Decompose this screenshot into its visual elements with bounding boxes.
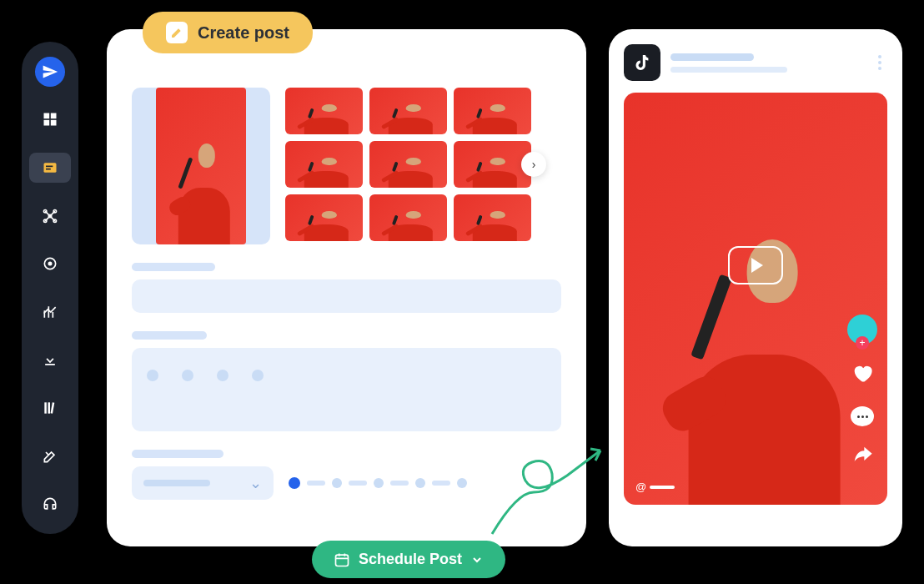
schedule-post-label: Schedule Post — [359, 551, 462, 568]
account-name-skeleton — [670, 53, 862, 73]
nav-analytics-icon[interactable] — [35, 297, 65, 327]
step-connector — [390, 481, 409, 486]
svg-rect-15 — [48, 402, 51, 413]
step-dot — [415, 478, 425, 488]
thumbnail-next-button[interactable]: › — [521, 152, 546, 177]
media-thumb[interactable] — [454, 194, 531, 241]
nav-dashboard-icon[interactable] — [35, 105, 65, 135]
svg-rect-14 — [44, 402, 47, 413]
nav-send-icon[interactable] — [35, 57, 65, 87]
step-dot-active — [289, 477, 300, 489]
nav-target-icon[interactable] — [35, 249, 65, 279]
sidebar-nav — [22, 42, 78, 534]
nav-support-icon[interactable] — [35, 489, 65, 519]
tiktok-icon — [624, 44, 660, 81]
step-connector — [307, 481, 325, 486]
svg-rect-3 — [51, 120, 57, 126]
svg-rect-4 — [44, 163, 57, 173]
nav-posts-icon[interactable] — [29, 153, 71, 183]
video-preview: @ — [624, 93, 887, 505]
option-dot — [147, 370, 158, 381]
media-thumb[interactable] — [285, 194, 363, 241]
textarea-skeleton[interactable] — [132, 348, 561, 431]
step-dot — [332, 478, 342, 488]
media-thumb[interactable] — [454, 88, 531, 134]
svg-rect-0 — [44, 113, 50, 119]
option-dot — [217, 370, 228, 381]
nav-tools-icon[interactable] — [35, 441, 65, 471]
post-preview-panel: @ — [609, 29, 902, 546]
nav-library-icon[interactable] — [35, 393, 65, 423]
video-actions — [847, 315, 877, 471]
media-thumb[interactable] — [369, 141, 447, 188]
media-thumb[interactable] — [454, 141, 531, 188]
field-label-skeleton — [132, 450, 223, 458]
handle-label: @ — [635, 481, 675, 493]
step-connector — [349, 481, 367, 486]
more-options-icon[interactable] — [872, 55, 887, 70]
svg-rect-1 — [51, 113, 57, 119]
post-editor-panel: › — [107, 29, 586, 546]
media-thumb[interactable] — [285, 88, 363, 134]
step-dot — [457, 478, 467, 488]
play-button[interactable] — [728, 246, 783, 284]
media-thumb[interactable] — [285, 141, 363, 188]
nav-download-icon[interactable] — [35, 345, 65, 375]
step-connector — [432, 481, 450, 486]
svg-point-13 — [48, 263, 51, 265]
calendar-icon — [334, 551, 350, 568]
schedule-post-button[interactable]: Schedule Post — [312, 541, 505, 578]
select-dropdown[interactable] — [132, 466, 274, 500]
create-post-tag: Create post — [143, 12, 313, 53]
svg-rect-17 — [336, 555, 349, 566]
media-thumb[interactable] — [369, 88, 447, 134]
svg-rect-16 — [51, 402, 55, 414]
chevron-down-icon — [470, 553, 484, 566]
share-icon[interactable] — [851, 443, 874, 471]
featured-media-tile[interactable] — [132, 88, 270, 244]
option-dot — [182, 370, 193, 381]
media-thumb[interactable] — [369, 194, 447, 241]
heart-icon[interactable] — [851, 361, 874, 390]
preview-header — [624, 44, 887, 81]
comment-icon[interactable] — [851, 406, 874, 426]
svg-rect-5 — [46, 165, 53, 167]
field-label-skeleton — [132, 263, 215, 271]
svg-rect-2 — [44, 120, 50, 126]
nav-network-icon[interactable] — [35, 201, 65, 231]
field-label-skeleton — [132, 331, 207, 340]
option-dot — [252, 370, 264, 381]
text-input-skeleton[interactable] — [132, 279, 561, 313]
follow-avatar-button[interactable] — [847, 315, 877, 345]
media-thumbnail-grid: › — [285, 88, 531, 241]
pencil-icon — [166, 22, 188, 43]
create-post-label: Create post — [198, 23, 289, 43]
step-dot — [374, 478, 384, 488]
step-indicator — [289, 477, 467, 489]
svg-rect-6 — [46, 169, 51, 170]
